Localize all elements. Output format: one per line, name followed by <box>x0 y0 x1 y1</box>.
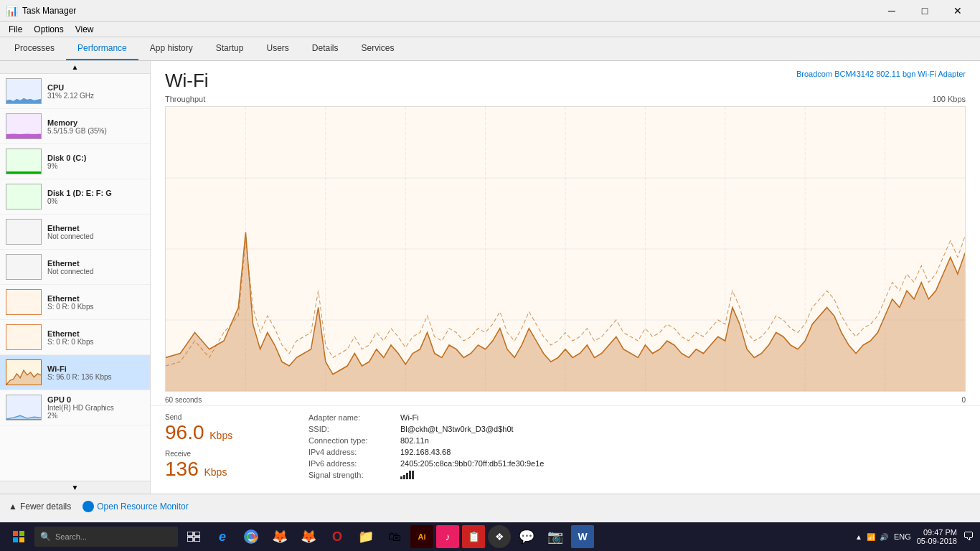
menu-view[interactable]: View <box>70 23 100 36</box>
sidebar-item-ethernet3[interactable]: Ethernet S: 0 R: 0 Kbps <box>0 285 150 320</box>
taskbar-search[interactable]: 🔍 Search... <box>34 527 178 547</box>
firefox-icon[interactable]: 🦊 <box>267 524 293 550</box>
task-view-button[interactable] <box>181 524 207 550</box>
explorer-icon[interactable]: 📁 <box>353 524 379 550</box>
eth2-value: Not connected <box>47 268 144 276</box>
illustrator-icon[interactable]: Ai <box>410 525 433 548</box>
sidebar-item-disk1[interactable]: Disk 1 (D: E: F: G 0% <box>0 179 150 215</box>
gpu-label: GPU 0 <box>47 395 144 404</box>
camera-icon[interactable]: 📷 <box>542 524 568 550</box>
sidebar-item-disk0[interactable]: Disk 0 (C:) 9% <box>0 144 150 179</box>
disk1-label: Disk 1 (D: E: F: G <box>47 189 144 197</box>
right-panel: Wi-Fi Broadcom BCM43142 802.11 bgn Wi-Fi… <box>151 61 980 494</box>
ipv4-val: 192.168.43.68 <box>400 448 451 456</box>
chevron-up-icon: ▲ <box>9 501 17 512</box>
chart-duration: 60 seconds <box>165 396 202 404</box>
word-icon[interactable]: W <box>571 525 594 548</box>
gpu-info: GPU 0 Intel(R) HD Graphics 2% <box>47 395 144 420</box>
connection-type-key: Connection type: <box>308 436 395 445</box>
taskbar-clock[interactable]: 09:47 PM 05-09-2018 <box>917 528 957 545</box>
sidebar-item-ethernet1[interactable]: Ethernet Not connected <box>0 215 150 250</box>
tab-details[interactable]: Details <box>301 37 350 60</box>
adapter-name: Broadcom BCM43142 802.11 bgn Wi-Fi Adapt… <box>796 70 966 78</box>
system-tray: ▲ 📶 🔊 <box>855 533 888 541</box>
language-indicator[interactable]: ENG <box>894 532 911 541</box>
svg-rect-23 <box>194 537 200 542</box>
tray-expand[interactable]: ▲ <box>855 533 862 541</box>
sidebar-item-ethernet4[interactable]: Ethernet S: 0 R: 0 Kbps <box>0 320 150 355</box>
app-icon: 📊 <box>6 5 18 17</box>
ssid-row: SSID: Bl@ckh@t_N3tw0rk_D3@d$h0t <box>308 425 544 433</box>
tasks-icon[interactable]: 📋 <box>462 525 485 548</box>
search-placeholder: Search... <box>55 532 87 541</box>
whatsapp-icon[interactable]: 💬 <box>514 524 540 550</box>
scroll-down-button[interactable]: ▼ <box>0 481 150 494</box>
wifi-value: S: 96.0 R: 136 Kbps <box>47 373 144 381</box>
disk0-label: Disk 0 (C:) <box>47 154 144 162</box>
sidebar: ▲ CPU 31% 2.12 GHz Memory 5.5/15.9 GB (3… <box>0 61 151 494</box>
store-icon[interactable]: 🛍 <box>382 524 407 550</box>
music-icon[interactable]: ♪ <box>436 525 459 548</box>
open-resource-monitor-button[interactable]: Open Resource Monitor <box>83 501 188 512</box>
eth4-info: Ethernet S: 0 R: 0 Kbps <box>47 329 144 346</box>
app1-icon[interactable]: ❖ <box>488 525 511 548</box>
sidebar-item-ethernet2[interactable]: Ethernet Not connected <box>0 250 150 285</box>
title-bar-left: 📊 Task Manager <box>6 5 76 17</box>
fewer-details-button[interactable]: ▲ Fewer details <box>9 501 71 512</box>
edge-icon[interactable]: e <box>209 524 235 550</box>
volume-icon[interactable]: 🔊 <box>880 533 888 541</box>
scroll-up-button[interactable]: ▲ <box>0 61 150 74</box>
memory-mini-graph <box>6 113 42 139</box>
notification-icon[interactable]: 🗨 <box>963 530 974 543</box>
send-stat: Send 96.0 Kbps <box>165 413 280 444</box>
tab-bar: Processes Performance App history Startu… <box>0 37 980 61</box>
menu-bar: File Options View <box>0 22 980 37</box>
ipv6-key: IPv6 address: <box>308 459 395 468</box>
tab-processes[interactable]: Processes <box>3 37 66 60</box>
eth2-mini-graph <box>6 254 42 280</box>
close-button[interactable]: ✕ <box>941 0 974 22</box>
taskbar: 🔍 Search... e 🦊 🦊 O <box>0 522 980 551</box>
maximize-button[interactable]: □ <box>908 0 941 22</box>
firefox-beta-icon[interactable]: 🦊 <box>296 524 321 550</box>
adapter-name-val: Wi-Fi <box>400 413 419 422</box>
clock-date: 05-09-2018 <box>917 537 957 545</box>
throughput-label: Throughput <box>165 95 205 103</box>
sidebar-item-memory[interactable]: Memory 5.5/15.9 GB (35%) <box>0 109 150 144</box>
menu-file[interactable]: File <box>3 23 28 36</box>
receive-value: 136 Kbps <box>165 458 280 481</box>
eth3-value: S: 0 R: 0 Kbps <box>47 303 144 311</box>
wifi-info: Wi-Fi S: 96.0 R: 136 Kbps <box>47 364 144 381</box>
stats-left: Send 96.0 Kbps Receive 136 Kbps <box>165 413 280 486</box>
ssid-key: SSID: <box>308 425 395 433</box>
chart-svg <box>166 107 965 391</box>
sidebar-item-cpu[interactable]: CPU 31% 2.12 GHz <box>0 74 150 109</box>
sidebar-item-gpu[interactable]: GPU 0 Intel(R) HD Graphics 2% <box>0 390 150 425</box>
tab-users[interactable]: Users <box>255 37 300 60</box>
ipv4-row: IPv4 address: 192.168.43.68 <box>308 448 544 456</box>
svg-rect-19 <box>19 537 24 542</box>
minimize-button[interactable]: ─ <box>875 0 908 22</box>
sidebar-item-wifi[interactable]: Wi-Fi S: 96.0 R: 136 Kbps <box>0 355 150 390</box>
opera-icon[interactable]: O <box>324 524 350 550</box>
taskbar-right: ▲ 📶 🔊 ENG 09:47 PM 05-09-2018 🗨 <box>855 528 974 545</box>
app-title: Task Manager <box>22 6 76 16</box>
menu-options[interactable]: Options <box>28 23 69 36</box>
tab-app-history[interactable]: App history <box>138 37 204 60</box>
ipv4-key: IPv4 address: <box>308 448 395 456</box>
tab-performance[interactable]: Performance <box>66 37 138 60</box>
tab-services[interactable]: Services <box>350 37 406 60</box>
eth2-label: Ethernet <box>47 259 144 268</box>
wifi-label: Wi-Fi <box>47 364 144 373</box>
gpu-mini-graph <box>6 395 42 420</box>
start-button[interactable] <box>6 524 32 550</box>
wifi-chart <box>165 106 966 392</box>
eth3-mini-graph <box>6 289 42 315</box>
taskbar-left: 🔍 Search... e 🦊 🦊 O <box>6 524 594 550</box>
signal-val <box>400 471 414 481</box>
adapter-name-key: Adapter name: <box>308 413 395 422</box>
chrome-icon[interactable] <box>238 524 264 550</box>
tab-startup[interactable]: Startup <box>204 37 255 60</box>
eth4-mini-graph <box>6 324 42 350</box>
network-icon[interactable]: 📶 <box>867 533 875 541</box>
